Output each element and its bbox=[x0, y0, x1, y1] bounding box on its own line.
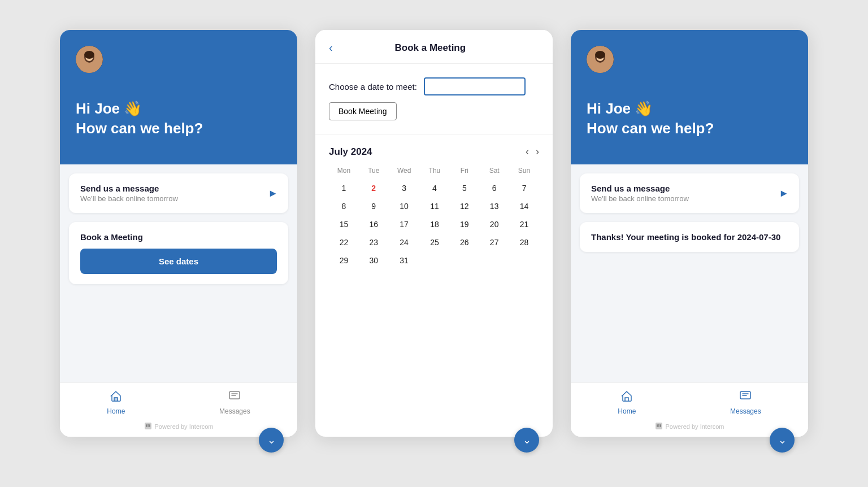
panel-book-meeting: ‹ Book a Meeting Choose a date to meet: … bbox=[315, 30, 553, 437]
calendar-day-cell[interactable]: 22 bbox=[329, 233, 359, 251]
nav-messages-label-3: Messages bbox=[730, 407, 761, 415]
home-icon bbox=[110, 390, 122, 405]
calendar-body: 1234567891011121314151617181920212223242… bbox=[329, 179, 539, 269]
send-message-card-3[interactable]: Send us a message We'll be back online t… bbox=[580, 173, 799, 213]
calendar-week-row: 15161718192021 bbox=[329, 215, 539, 233]
calendar-day-cell[interactable]: 14 bbox=[509, 197, 539, 215]
calendar-day-cell[interactable]: 19 bbox=[449, 215, 479, 233]
calendar-prev-button[interactable]: ‹ bbox=[526, 146, 529, 158]
nav-home-label-3: Home bbox=[618, 407, 636, 415]
greeting-line2-3: How can we help? bbox=[587, 120, 792, 137]
calendar-day-cell[interactable]: 12 bbox=[449, 197, 479, 215]
calendar-day-cell[interactable]: 18 bbox=[420, 215, 450, 233]
intercom-icon bbox=[144, 422, 152, 431]
calendar-day-cell[interactable]: 26 bbox=[449, 233, 479, 251]
date-label: Choose a date to meet: bbox=[329, 82, 417, 92]
calendar-day-header: Fri bbox=[449, 167, 479, 179]
calendar-next-button[interactable]: › bbox=[536, 146, 539, 158]
book-meeting-title: Book a Meeting bbox=[80, 232, 277, 242]
calendar-nav: ‹ › bbox=[526, 146, 539, 158]
date-input[interactable] bbox=[424, 77, 526, 95]
confirmation-text: Thanks! Your meeting is booked for 2024-… bbox=[591, 232, 780, 242]
svg-point-15 bbox=[595, 51, 605, 59]
calendar-week-row: 891011121314 bbox=[329, 197, 539, 215]
calendar-day-cell[interactable]: 28 bbox=[509, 233, 539, 251]
calendar-day-cell[interactable]: 5 bbox=[449, 179, 479, 197]
chevron-down-button[interactable]: ⌄ bbox=[259, 428, 284, 453]
calendar-day-cell[interactable]: 31 bbox=[389, 251, 420, 269]
calendar-day-cell[interactable]: 10 bbox=[389, 197, 420, 215]
calendar-day-cell[interactable]: 29 bbox=[329, 251, 359, 269]
panel-body-3: Send us a message We'll be back online t… bbox=[571, 164, 808, 382]
calendar-day-cell[interactable]: 6 bbox=[479, 179, 509, 197]
calendar-days-header: MonTueWedThuFriSatSun bbox=[329, 167, 539, 179]
calendar-day-cell[interactable]: 7 bbox=[509, 179, 539, 197]
bottom-nav: Home Messages bbox=[60, 382, 297, 419]
calendar-day-header: Thu bbox=[420, 167, 450, 179]
see-dates-button[interactable]: See dates bbox=[80, 249, 277, 274]
calendar-day-cell bbox=[420, 251, 450, 269]
calendar-day-cell[interactable]: 27 bbox=[479, 233, 509, 251]
calendar-section: July 2024 ‹ › MonTueWedThuFriSatSun 1234… bbox=[315, 134, 553, 281]
back-button[interactable]: ‹ bbox=[329, 41, 333, 54]
calendar-day-cell[interactable]: 3 bbox=[389, 179, 420, 197]
nav-messages[interactable]: Messages bbox=[219, 390, 250, 415]
calendar-day-cell[interactable]: 8 bbox=[329, 197, 359, 215]
book-meeting-button[interactable]: Book Meeting bbox=[329, 102, 397, 120]
arrow-icon-3: ► bbox=[779, 188, 789, 199]
bottom-nav-3: Home Messages bbox=[571, 382, 808, 419]
arrow-icon: ► bbox=[268, 188, 278, 199]
calendar-day-cell[interactable]: 24 bbox=[389, 233, 420, 251]
panel-header: Hi Joe 👋 How can we help? bbox=[60, 30, 297, 164]
calendar-week-row: 1234567 bbox=[329, 179, 539, 197]
chevron-down-button-3[interactable]: ⌄ bbox=[770, 428, 795, 453]
panel-confirmation: Hi Joe 👋 How can we help? Send us a mess… bbox=[571, 30, 808, 437]
book-meeting-body: Choose a date to meet: Book Meeting bbox=[315, 64, 553, 129]
calendar-header: July 2024 ‹ › bbox=[329, 146, 539, 158]
nav-messages-3[interactable]: Messages bbox=[730, 390, 761, 415]
book-meeting-panel-title: Book a Meeting bbox=[342, 42, 519, 54]
greeting-line1-3: Hi Joe 👋 bbox=[587, 100, 792, 118]
calendar-day-cell[interactable]: 25 bbox=[420, 233, 450, 251]
calendar-day-cell[interactable]: 16 bbox=[359, 215, 389, 233]
book-meeting-card: Book a Meeting See dates bbox=[69, 222, 288, 284]
send-message-card[interactable]: Send us a message We'll be back online t… bbox=[69, 173, 288, 213]
calendar-day-cell bbox=[449, 251, 479, 269]
calendar-day-header: Tue bbox=[359, 167, 389, 179]
calendar-day-cell[interactable]: 17 bbox=[389, 215, 420, 233]
calendar-month-label: July 2024 bbox=[329, 146, 372, 158]
calendar-day-cell[interactable]: 20 bbox=[479, 215, 509, 233]
send-message-sub: We'll be back online tomorrow bbox=[80, 194, 277, 203]
calendar-day-cell[interactable]: 30 bbox=[359, 251, 389, 269]
calendar-day-cell[interactable]: 21 bbox=[509, 215, 539, 233]
panel-body: Send us a message We'll be back online t… bbox=[60, 164, 297, 382]
calendar-day-cell[interactable]: 2 bbox=[359, 179, 389, 197]
messages-icon bbox=[228, 390, 241, 405]
svg-rect-10 bbox=[149, 424, 150, 427]
avatar bbox=[76, 46, 103, 73]
svg-rect-20 bbox=[660, 424, 661, 427]
svg-point-4 bbox=[84, 51, 94, 59]
home-icon-3 bbox=[620, 390, 633, 405]
nav-home-3[interactable]: Home bbox=[618, 390, 636, 415]
calendar-day-cell[interactable]: 15 bbox=[329, 215, 359, 233]
chevron-down-button-2[interactable]: ⌄ bbox=[514, 428, 539, 453]
book-meeting-header: ‹ Book a Meeting bbox=[315, 30, 553, 64]
calendar-day-cell[interactable]: 9 bbox=[359, 197, 389, 215]
calendar-day-cell[interactable]: 23 bbox=[359, 233, 389, 251]
send-message-title: Send us a message bbox=[80, 184, 277, 193]
calendar-day-cell[interactable]: 4 bbox=[420, 179, 450, 197]
calendar-day-cell bbox=[509, 251, 539, 269]
calendar-day-header: Wed bbox=[389, 167, 420, 179]
calendar-day-cell[interactable]: 11 bbox=[420, 197, 450, 215]
calendar-grid: MonTueWedThuFriSatSun 123456789101112131… bbox=[329, 167, 539, 269]
calendar-day-header: Sat bbox=[479, 167, 509, 179]
nav-messages-label: Messages bbox=[219, 407, 250, 415]
svg-rect-9 bbox=[147, 424, 149, 427]
date-row: Choose a date to meet: bbox=[329, 77, 539, 95]
svg-rect-18 bbox=[657, 424, 658, 427]
panel-header-3: Hi Joe 👋 How can we help? bbox=[571, 30, 808, 164]
nav-home[interactable]: Home bbox=[107, 390, 125, 415]
calendar-day-cell[interactable]: 13 bbox=[479, 197, 509, 215]
calendar-day-cell[interactable]: 1 bbox=[329, 179, 359, 197]
